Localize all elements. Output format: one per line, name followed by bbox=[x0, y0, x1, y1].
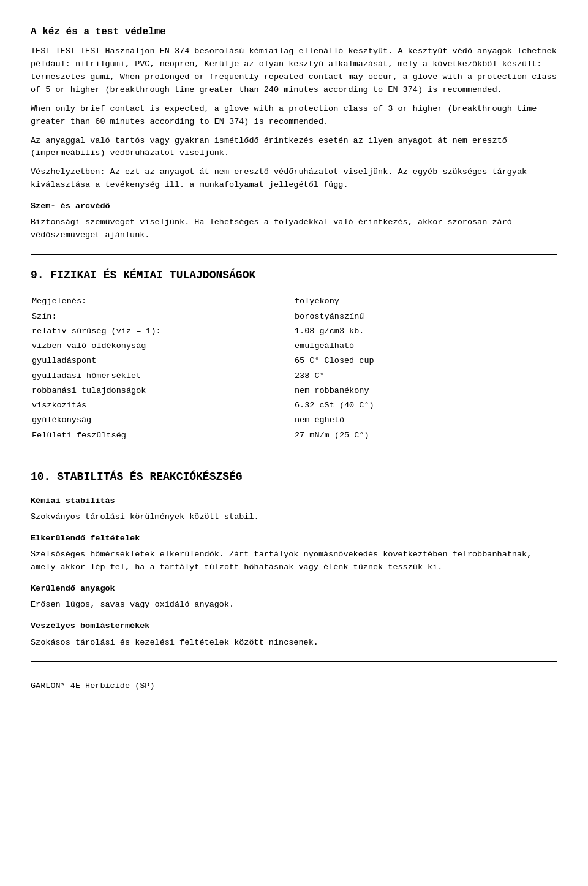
properties-table: Megjelenés:folyékonySzín:borostyánszínűr… bbox=[31, 293, 557, 444]
property-value: emulgeálható bbox=[295, 339, 556, 353]
property-row: vízben való oldékonyságemulgeálható bbox=[32, 339, 556, 353]
property-value: borostyánszínű bbox=[295, 310, 556, 324]
property-label: gyulladási hőmérséklet bbox=[32, 369, 293, 383]
section8-body4: Vészhelyzetben: Az ezt az anyagot át nem… bbox=[31, 166, 557, 192]
property-label: robbanási tulajdonságok bbox=[32, 384, 293, 398]
property-value: 1.08 g/cm3 kb. bbox=[295, 325, 556, 338]
property-label: Felületi feszültség bbox=[32, 429, 293, 442]
property-row: gyúlékonyságnem éghető bbox=[32, 414, 556, 427]
chemical-stability-body: Szokványos tárolási körülmények között s… bbox=[31, 511, 557, 524]
divider-1 bbox=[31, 254, 557, 255]
property-row: robbanási tulajdonságoknem robbanékony bbox=[32, 384, 556, 398]
property-label: gyúlékonyság bbox=[32, 414, 293, 427]
property-row: Felületi feszültség27 mN/m (25 C°) bbox=[32, 429, 556, 442]
property-label: vízben való oldékonyság bbox=[32, 339, 293, 353]
property-row: gyulladáspont65 C° Closed cup bbox=[32, 354, 556, 368]
subsection-chemical-stability-title: Kémiai stabilitás bbox=[31, 495, 557, 507]
property-row: Megjelenés:folyékony bbox=[32, 295, 556, 308]
property-row: gyulladási hőmérséklet238 C° bbox=[32, 369, 556, 383]
property-value: nem éghető bbox=[295, 414, 556, 427]
property-value: 238 C° bbox=[295, 369, 556, 383]
section8-eye-body: Biztonsági szemüveget viseljünk. Ha lehe… bbox=[31, 216, 557, 242]
subsection-decomp-title: Veszélyes bomlástermékek bbox=[31, 620, 557, 632]
avoid-body: Szélsőséges hőmérsékletek elkerülendők. … bbox=[31, 548, 557, 574]
property-row: viszkozitás6.32 cSt (40 C°) bbox=[32, 399, 556, 412]
property-label: Szín: bbox=[32, 310, 293, 324]
property-value: folyékony bbox=[295, 295, 556, 308]
property-row: relatív sűrűség (víz = 1):1.08 g/cm3 kb. bbox=[32, 325, 556, 338]
property-value: nem robbanékony bbox=[295, 384, 556, 398]
property-label: Megjelenés: bbox=[32, 295, 293, 308]
section8-body1: TEST TEST TEST Használjon EN 374 besorol… bbox=[31, 45, 557, 97]
property-label: viszkozitás bbox=[32, 399, 293, 412]
divider-3 bbox=[31, 661, 557, 662]
property-value: 65 C° Closed cup bbox=[295, 354, 556, 368]
page-title: A kéz és a test védelme bbox=[31, 25, 557, 39]
property-row: Szín:borostyánszínű bbox=[32, 310, 556, 324]
section9-title: 9. FIZIKAI ÉS KÉMIAI TULAJDONSÁGOK bbox=[31, 267, 557, 284]
subsection-materials-title: Kerülendő anyagok bbox=[31, 583, 557, 595]
property-label: gyulladáspont bbox=[32, 354, 293, 368]
subsection-avoid-title: Elkerülendő feltételek bbox=[31, 532, 557, 545]
section10-title: 10. STABILITÁS ÉS REAKCIÓKÉSZSÉG bbox=[31, 469, 557, 485]
footer-text: GARLON* 4E Herbicide (SP) bbox=[31, 680, 557, 692]
section8-body2: When only brief contact is expected, a g… bbox=[31, 103, 557, 129]
property-label: relatív sűrűség (víz = 1): bbox=[32, 325, 293, 338]
property-value: 27 mN/m (25 C°) bbox=[295, 429, 556, 442]
property-value: 6.32 cSt (40 C°) bbox=[295, 399, 556, 412]
divider-2 bbox=[31, 456, 557, 456]
materials-body: Erősen lúgos, savas vagy oxidáló anyagok… bbox=[31, 599, 557, 611]
section8-body3: Az anyaggal való tartós vagy gyakran ism… bbox=[31, 135, 557, 161]
decomp-body: Szokásos tárolási és kezelési feltételek… bbox=[31, 637, 557, 649]
subsection-eye-title: Szem- és arcvédő bbox=[31, 200, 557, 213]
